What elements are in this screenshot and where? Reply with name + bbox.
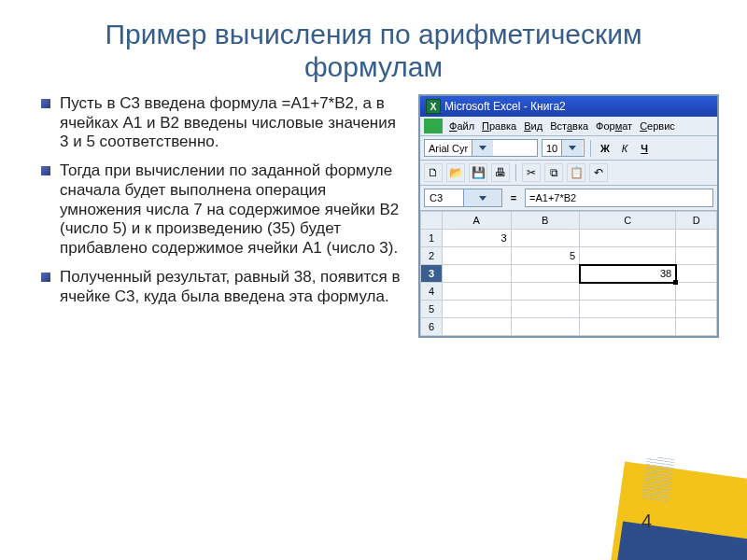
col-header-c[interactable]: C [580, 212, 676, 230]
menu-file[interactable]: Файл [446, 119, 477, 133]
excel-app-icon: X [426, 99, 441, 114]
col-header-b[interactable]: B [511, 212, 580, 230]
bullet-marker-icon [41, 99, 50, 108]
page-number: 4 [641, 511, 652, 532]
formula-bar: C3 = =A1+7*B2 [420, 186, 717, 211]
cell-d6[interactable] [676, 318, 717, 336]
cell-b3[interactable] [511, 265, 580, 283]
undo-icon[interactable]: ↶ [589, 163, 608, 182]
row-header-4[interactable]: 4 [421, 283, 443, 301]
cell-c3[interactable]: 38 [580, 265, 676, 283]
menu-edit[interactable]: Правка [479, 119, 519, 133]
format-toolbar: Arial Cyr 10 Ж К Ч [420, 136, 717, 161]
cell-c2[interactable] [580, 247, 676, 265]
cell-a1[interactable]: 3 [443, 230, 512, 247]
cell-b4[interactable] [511, 283, 580, 301]
bullet-marker-icon [41, 166, 50, 175]
toolbar-separator [515, 164, 516, 181]
excel-menubar: Файл Правка Вид Вставка Формат Сервис [420, 117, 717, 136]
copy-icon[interactable]: ⧉ [544, 163, 563, 182]
cell-c5[interactable] [580, 301, 676, 318]
excel-titlebar: X Microsoft Excel - Книга2 [420, 96, 717, 117]
slide-corner-decoration [598, 457, 747, 560]
font-size-value: 10 [543, 143, 561, 154]
menu-format[interactable]: Формат [593, 119, 635, 133]
cell-c4[interactable] [580, 283, 676, 301]
paste-icon[interactable]: 📋 [567, 163, 585, 182]
name-box-value: C3 [425, 192, 463, 203]
equals-icon[interactable]: = [506, 192, 521, 203]
cut-icon[interactable]: ✂ [522, 163, 541, 182]
chevron-down-icon[interactable] [561, 140, 583, 156]
menu-view[interactable]: Вид [521, 119, 545, 133]
col-header-a[interactable]: A [443, 212, 512, 230]
cell-c1[interactable] [580, 230, 676, 247]
spreadsheet-grid[interactable]: A B C D 1 3 2 5 [420, 211, 717, 336]
bullet-text: Полученный результат, равный 38, появитс… [60, 268, 401, 305]
row-header-3[interactable]: 3 [421, 265, 443, 283]
save-icon[interactable]: 💾 [469, 163, 487, 182]
cell-b2[interactable]: 5 [511, 247, 580, 265]
italic-button[interactable]: К [616, 140, 633, 157]
bullet-marker-icon [41, 273, 50, 282]
font-name-combo[interactable]: Arial Cyr [424, 139, 538, 157]
new-icon[interactable]: 🗋 [424, 163, 443, 182]
bullet-list: Пусть в С3 введена формула =А1+7*В2, а в… [41, 94, 402, 338]
row-header-2[interactable]: 2 [421, 247, 443, 265]
cell-a4[interactable] [443, 283, 512, 301]
font-name-value: Arial Cyr [425, 143, 472, 154]
menu-insert[interactable]: Вставка [547, 119, 591, 133]
cell-a6[interactable] [443, 318, 512, 336]
cell-b1[interactable] [511, 230, 580, 247]
cell-d4[interactable] [676, 283, 717, 301]
formula-value: =A1+7*B2 [529, 192, 576, 203]
cell-a5[interactable] [443, 301, 512, 318]
cell-d2[interactable] [676, 247, 717, 265]
bold-button[interactable]: Ж [597, 140, 613, 157]
print-icon[interactable]: 🖶 [491, 163, 510, 182]
col-header-d[interactable]: D [676, 212, 717, 230]
excel-screenshot: X Microsoft Excel - Книга2 Файл Правка В… [418, 94, 719, 338]
cell-d1[interactable] [676, 230, 717, 247]
formula-input[interactable]: =A1+7*B2 [525, 189, 713, 207]
open-icon[interactable]: 📂 [446, 163, 465, 182]
row-header-1[interactable]: 1 [421, 230, 443, 247]
cell-a3[interactable] [443, 265, 512, 283]
menu-tools[interactable]: Сервис [637, 119, 678, 133]
row-header-5[interactable]: 5 [421, 301, 443, 318]
cell-a2[interactable] [443, 247, 512, 265]
slide-title: Пример вычисления по арифметическим форм… [0, 0, 747, 91]
toolbar-separator [590, 140, 591, 157]
bullet-text: Пусть в С3 введена формула =А1+7*В2, а в… [60, 94, 396, 150]
font-size-combo[interactable]: 10 [542, 139, 585, 157]
excel-doc-icon [424, 119, 443, 133]
cell-d3[interactable] [676, 265, 717, 283]
chevron-down-icon[interactable] [472, 140, 493, 156]
select-all-corner[interactable] [421, 212, 443, 230]
row-header-6[interactable]: 6 [421, 318, 443, 336]
cell-d5[interactable] [676, 301, 717, 318]
cell-c6[interactable] [580, 318, 676, 336]
chevron-down-icon[interactable] [463, 189, 502, 206]
cell-b5[interactable] [511, 301, 580, 318]
cell-b6[interactable] [511, 318, 580, 336]
underline-button[interactable]: Ч [636, 140, 653, 157]
excel-title-text: Microsoft Excel - Книга2 [444, 100, 566, 113]
name-box[interactable]: C3 [424, 189, 502, 207]
standard-toolbar: 🗋 📂 💾 🖶 ✂ ⧉ 📋 ↶ [420, 161, 717, 186]
bullet-text: Тогда при вычислении по заданной формуле… [60, 161, 399, 257]
